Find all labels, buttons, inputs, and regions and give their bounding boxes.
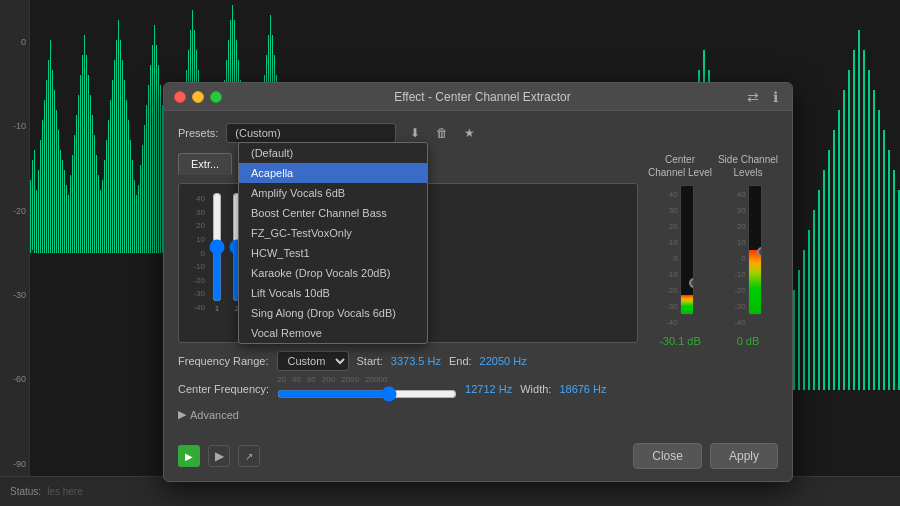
svg-rect-21 — [50, 40, 51, 253]
svg-rect-57 — [122, 60, 123, 253]
maximize-traffic-light[interactable] — [210, 91, 222, 103]
svg-rect-72 — [152, 45, 153, 253]
svg-rect-30 — [68, 195, 69, 253]
svg-rect-62 — [132, 160, 133, 253]
svg-rect-29 — [66, 185, 67, 253]
play-loop-btn[interactable]: ▶ — [178, 445, 200, 467]
preset-item-vocal[interactable]: Vocal Remove — [239, 323, 427, 343]
svg-rect-15 — [38, 170, 39, 253]
svg-rect-14 — [36, 190, 37, 253]
svg-rect-16 — [40, 140, 41, 253]
svg-rect-54 — [116, 40, 117, 253]
freq-range-select[interactable]: Custom Full — [277, 351, 349, 371]
svg-rect-40 — [88, 75, 89, 253]
svg-rect-225 — [823, 170, 825, 390]
extract-tab[interactable]: Extr... — [178, 153, 232, 175]
toolbar-info[interactable]: ℹ — [769, 87, 782, 107]
svg-rect-23 — [54, 90, 55, 253]
svg-rect-238 — [888, 150, 890, 390]
svg-rect-12 — [32, 160, 33, 250]
svg-rect-237 — [883, 130, 885, 390]
svg-rect-69 — [146, 105, 147, 253]
advanced-row[interactable]: ▶ Advanced — [178, 408, 638, 421]
svg-rect-236 — [878, 110, 880, 390]
svg-rect-227 — [833, 130, 835, 390]
toolbar-icons: ⇄ ℹ — [743, 87, 782, 107]
svg-rect-74 — [156, 45, 157, 253]
svg-rect-35 — [78, 95, 79, 253]
status-label: Status: — [10, 486, 41, 497]
svg-rect-48 — [104, 160, 105, 253]
svg-rect-26 — [60, 150, 61, 253]
center-freq-ruler: 20 40 60 200 2000 20000 — [277, 375, 457, 384]
svg-rect-232 — [858, 30, 860, 390]
svg-rect-34 — [76, 115, 77, 253]
preset-star-btn[interactable]: ★ — [460, 124, 479, 142]
ruler-label-60: -60 — [13, 374, 26, 384]
svg-rect-28 — [64, 170, 65, 253]
preset-item-lift[interactable]: Lift Vocals 10dB — [239, 283, 427, 303]
svg-rect-239 — [893, 170, 895, 390]
center-freq-slider[interactable] — [277, 386, 457, 402]
preset-item-sing[interactable]: Sing Along (Drop Vocals 6dB) — [239, 303, 427, 323]
apply-button[interactable]: Apply — [710, 443, 778, 469]
play-btn[interactable]: ▶ — [208, 445, 230, 467]
center-channel-knob[interactable] — [689, 278, 694, 288]
width-label: Width: — [520, 383, 551, 395]
freq-end-label: End: — [449, 355, 472, 367]
ruler-label-10: -10 — [13, 121, 26, 131]
minimize-traffic-light[interactable] — [192, 91, 204, 103]
svg-rect-53 — [114, 60, 115, 253]
svg-rect-226 — [828, 150, 830, 390]
side-channel-scale: 40 30 20 10 0 -10 -20 -30 -40 — [734, 185, 746, 331]
preset-item-karaoke[interactable]: Karaoke (Drop Vocals 20dB) — [239, 263, 427, 283]
svg-rect-75 — [158, 65, 159, 253]
svg-rect-65 — [138, 185, 139, 253]
freq-start-label: Start: — [357, 355, 383, 367]
ruler-label-90: -90 — [13, 459, 26, 469]
preset-item-hcw[interactable]: HCW_Test1 — [239, 243, 427, 263]
close-button[interactable]: Close — [633, 443, 702, 469]
svg-rect-229 — [843, 90, 845, 390]
export-btn[interactable]: ↗ — [238, 445, 260, 467]
svg-rect-60 — [128, 120, 129, 253]
svg-rect-66 — [140, 165, 141, 253]
presets-select[interactable]: (Custom) (Default) Acapella Amplify Voca… — [226, 123, 396, 143]
center-channel-heading: CenterChannel Level — [648, 153, 712, 179]
presets-dropdown-menu: (Default) Acapella Amplify Vocals 6dB Bo… — [238, 142, 428, 344]
svg-rect-18 — [44, 100, 45, 253]
svg-rect-223 — [813, 210, 815, 390]
preset-item-fz[interactable]: FZ_GC-TestVoxOnly — [239, 223, 427, 243]
center-freq-value: 12712 Hz — [465, 383, 512, 395]
presets-label: Presets: — [178, 127, 218, 139]
close-traffic-light[interactable] — [174, 91, 186, 103]
svg-rect-58 — [124, 80, 125, 253]
center-freq-row: Center Frequency: 20 40 60 200 2000 2000… — [178, 375, 638, 402]
svg-rect-39 — [86, 55, 87, 253]
svg-rect-63 — [134, 180, 135, 253]
preset-item-amplify[interactable]: Amplify Vocals 6dB — [239, 183, 427, 203]
svg-rect-20 — [48, 60, 49, 253]
svg-rect-221 — [803, 250, 805, 390]
svg-rect-64 — [136, 195, 137, 253]
preset-delete-btn[interactable]: 🗑 — [432, 124, 452, 142]
advanced-arrow: ▶ — [178, 408, 186, 421]
svg-rect-38 — [84, 35, 85, 253]
preset-item-default[interactable]: (Default) — [239, 143, 427, 163]
toolbar-icon-1[interactable]: ⇄ — [743, 87, 763, 107]
svg-rect-46 — [100, 190, 101, 253]
svg-rect-56 — [120, 40, 121, 253]
right-panel: CenterChannel Level 40 30 20 10 0 -10 -2… — [648, 153, 778, 421]
svg-rect-71 — [150, 65, 151, 253]
preset-item-boost[interactable]: Boost Center Channel Bass — [239, 203, 427, 223]
side-channel-bar — [748, 185, 762, 315]
preset-save-btn[interactable]: ⬇ — [406, 124, 424, 142]
v-ruler: 40 30 20 10 0 -10 -20 -30 -40 — [187, 192, 205, 312]
ruler-label-0: 0 — [21, 37, 26, 47]
side-channel-section: Side ChannelLevels 40 30 20 10 0 -10 -20… — [718, 153, 778, 347]
slider-1[interactable] — [209, 192, 225, 302]
preset-item-acapella[interactable]: Acapella — [239, 163, 427, 183]
svg-rect-33 — [74, 135, 75, 253]
side-channel-fill — [749, 250, 761, 314]
svg-rect-234 — [868, 70, 870, 390]
